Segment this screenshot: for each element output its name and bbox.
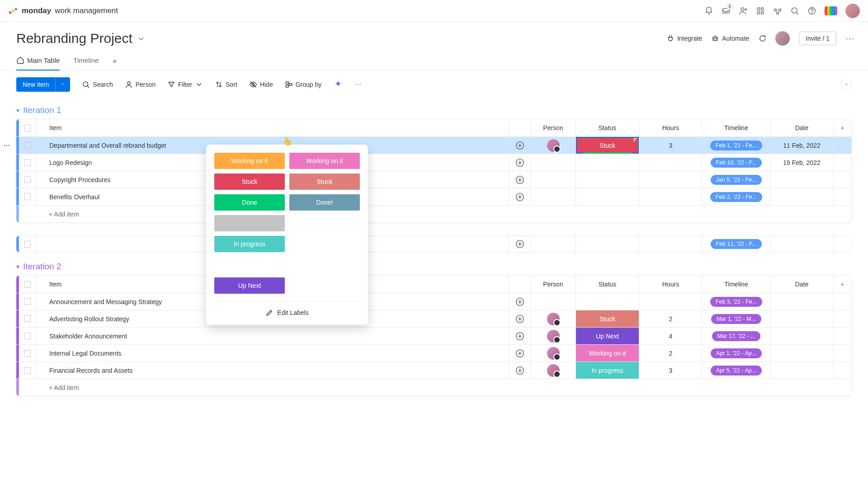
user-avatar[interactable] <box>845 4 860 18</box>
col-person[interactable]: Person <box>530 119 576 136</box>
board-menu-icon[interactable]: ⋯ <box>845 33 854 44</box>
automate-button[interactable]: Automate <box>711 34 749 42</box>
collapse-toolbar-icon[interactable] <box>841 79 852 90</box>
hours-cell[interactable] <box>639 154 702 171</box>
status-cell[interactable]: Working on it <box>576 345 639 361</box>
table-row[interactable]: Copyright Procedures Jan 5, '22 - Fe... <box>16 171 851 188</box>
date-cell[interactable]: 19 Feb, 2022 <box>770 154 833 171</box>
col-person[interactable]: Person <box>530 276 576 293</box>
table-row[interactable]: Stakeholder Announcement Up Next 4 Mar 1… <box>16 327 851 344</box>
edit-labels-button[interactable]: Edit Labels <box>214 306 360 319</box>
table-row[interactable]: Advertisting Rollout Strategy Stuck 2 Ma… <box>16 310 851 327</box>
person-cell[interactable] <box>530 293 576 310</box>
timeline-cell[interactable]: Feb 10, '22 - F... <box>702 154 770 171</box>
group-header[interactable]: ▾ Iteration 1 <box>16 105 852 115</box>
col-timeline[interactable]: Timeline <box>702 276 770 293</box>
bell-icon[interactable] <box>704 6 713 15</box>
conversation-icon[interactable] <box>515 175 525 185</box>
date-cell[interactable] <box>770 310 833 327</box>
conversation-icon[interactable] <box>515 314 525 324</box>
ai-assistant-icon[interactable] <box>333 80 343 89</box>
status-cell[interactable]: In progress <box>576 362 639 379</box>
status-cell[interactable] <box>576 171 639 188</box>
status-option[interactable]: In progress <box>214 236 285 252</box>
row-checkbox[interactable] <box>24 193 31 200</box>
col-hours[interactable]: Hours <box>639 119 702 136</box>
status-cell[interactable] <box>576 154 639 171</box>
status-option[interactable]: Stuck <box>289 174 360 190</box>
chevron-down-icon[interactable] <box>137 31 145 46</box>
conversation-icon[interactable] <box>515 348 525 358</box>
select-all-checkbox[interactable] <box>24 281 31 288</box>
status-chip[interactable]: Stuck <box>576 137 639 154</box>
hours-cell[interactable] <box>639 171 702 188</box>
add-column-button[interactable]: + <box>833 276 851 293</box>
person-cell[interactable] <box>530 328 576 344</box>
row-checkbox[interactable] <box>24 333 31 339</box>
brand[interactable]: monday work management <box>8 6 118 16</box>
person-cell[interactable] <box>530 188 576 205</box>
new-item-button[interactable]: New item <box>16 77 70 92</box>
table-row[interactable]: Announcement and Messaging Strategy Feb … <box>16 293 851 310</box>
conversation-icon[interactable] <box>515 239 525 249</box>
person-avatar[interactable] <box>547 347 560 360</box>
date-cell[interactable] <box>770 188 833 205</box>
status-cell[interactable]: Stuck <box>576 137 639 154</box>
col-date[interactable]: Date <box>770 119 833 136</box>
status-cell[interactable] <box>576 293 639 310</box>
row-checkbox[interactable] <box>24 142 31 149</box>
date-cell[interactable] <box>770 171 833 188</box>
row-checkbox[interactable] <box>24 159 31 166</box>
date-cell[interactable]: 11 Feb, 2022 <box>770 137 833 154</box>
chat-icon[interactable] <box>758 34 766 42</box>
item-name[interactable]: Internal Legal Documents <box>35 345 509 361</box>
row-checkbox[interactable] <box>24 241 31 248</box>
board-title[interactable]: Rebranding Project <box>16 31 145 46</box>
table-row[interactable]: Benefits Overhaul Feb 2, '22 - Fe... <box>16 188 851 205</box>
col-timeline[interactable]: Timeline <box>702 119 770 136</box>
group-header[interactable]: ▾ Iteration 2 <box>16 262 852 272</box>
timeline-cell[interactable]: Mar 17, '22 - ... <box>702 328 770 344</box>
person-filter-button[interactable]: Person <box>125 80 156 89</box>
hours-cell[interactable]: 4 <box>639 328 702 344</box>
inbox-icon[interactable]: 6 <box>722 6 731 15</box>
table-row[interactable]: Logo Redesign Feb 10, '22 - F... 19 Feb,… <box>16 154 851 171</box>
col-hours[interactable]: Hours <box>639 276 702 293</box>
hide-button[interactable]: Hide <box>249 80 273 89</box>
timeline-chip[interactable]: Feb 11, '22 - F... <box>711 239 762 249</box>
conversation-icon[interactable] <box>515 158 525 168</box>
timeline-cell[interactable]: Apr 5, '22 - Ap... <box>702 362 770 379</box>
table-row[interactable]: Financial Records and Assets In progress… <box>16 361 851 379</box>
invite-button[interactable]: Invite / 1 <box>799 32 836 45</box>
timeline-cell[interactable]: Mar 1, '22 - M... <box>702 310 770 327</box>
hours-cell[interactable] <box>639 293 702 310</box>
date-cell[interactable] <box>770 362 833 379</box>
person-cell[interactable] <box>530 310 576 327</box>
status-chip[interactable]: In progress <box>576 362 639 379</box>
help-icon[interactable] <box>807 6 816 15</box>
search-button[interactable]: Search <box>82 80 113 89</box>
table-row[interactable]: ⋯ Departmental and Overall rebrand budge… <box>16 136 851 154</box>
person-cell[interactable] <box>530 345 576 361</box>
hours-cell[interactable] <box>639 188 702 205</box>
chevron-down-icon[interactable] <box>55 77 70 92</box>
status-option[interactable]: Working on it <box>289 153 360 169</box>
row-checkbox[interactable] <box>24 367 31 374</box>
col-date[interactable]: Date <box>770 276 833 293</box>
date-cell[interactable] <box>770 345 833 361</box>
status-option[interactable]: Stuck <box>214 174 285 190</box>
item-name[interactable]: Stakeholder Announcement <box>35 328 509 344</box>
conversation-icon[interactable] <box>515 141 525 150</box>
row-checkbox[interactable] <box>24 176 31 183</box>
status-cell[interactable] <box>576 188 639 205</box>
table-row[interactable]: Feb 11, '22 - F... <box>16 235 852 253</box>
conversation-icon[interactable] <box>515 297 525 307</box>
status-cell[interactable]: Up Next <box>576 328 639 344</box>
date-cell[interactable] <box>770 328 833 344</box>
sort-button[interactable]: Sort <box>215 80 237 89</box>
person-avatar[interactable] <box>547 313 560 325</box>
conversation-icon[interactable] <box>515 331 525 341</box>
person-cell[interactable] <box>530 154 576 171</box>
table-row[interactable]: Internal Legal Documents Working on it 2… <box>16 344 851 361</box>
add-view-button[interactable]: + <box>112 57 117 66</box>
